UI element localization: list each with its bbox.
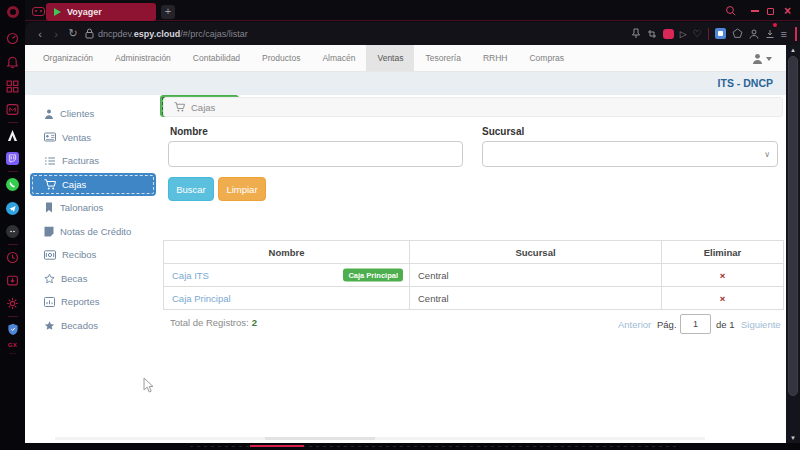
note-icon <box>44 226 54 237</box>
sidebar-item-becados[interactable]: Becados <box>30 314 156 338</box>
sidebar-item-recibos[interactable]: Recibos <box>30 243 156 267</box>
nav-compras[interactable]: Compras <box>518 45 574 71</box>
opera-logo-icon[interactable] <box>0 0 25 32</box>
hot-tabs-icon[interactable] <box>0 80 25 93</box>
nav-tesoreria[interactable]: Tesorería <box>414 45 471 71</box>
breadcrumb-label: Cajas <box>191 102 215 113</box>
receipt-icon <box>44 250 56 260</box>
anterior-link[interactable]: Anterior <box>618 319 651 330</box>
vertical-scrollbar[interactable]: ▲ ▼ <box>786 45 800 443</box>
sidebar-item-reportes[interactable]: Reportes <box>30 290 156 314</box>
extension-shape-icon[interactable] <box>732 25 743 43</box>
caja-principal-badge: Caja Principal <box>343 269 403 282</box>
back-icon[interactable]: ‹ <box>33 22 47 45</box>
delete-x-icon[interactable]: × <box>662 287 784 310</box>
tab-favicon-play-icon <box>54 8 61 16</box>
nombre-label: Nombre <box>170 126 208 137</box>
header-sucursal: Sucursal <box>410 241 662 264</box>
sidebar-item-becas[interactable]: Becas <box>30 267 156 291</box>
new-tab-button[interactable]: + <box>161 5 175 19</box>
nav-ventas[interactable]: Ventas <box>366 45 414 71</box>
downloads-icon[interactable] <box>765 25 775 43</box>
table-row: Caja ITS Caja Principal Central × <box>164 264 784 287</box>
gx-corner-icon[interactable] <box>0 56 25 69</box>
sidebar-item-facturas[interactable]: Facturas <box>30 149 156 173</box>
breadcrumb: Cajas <box>163 97 783 117</box>
sucursal-cell: Central <box>410 287 662 310</box>
nav-contabilidad[interactable]: Contabilidad <box>182 45 251 71</box>
nav-administracion[interactable]: Administración <box>104 45 182 71</box>
tab-search-icon[interactable] <box>725 0 737 22</box>
bookmark-icon <box>44 202 54 213</box>
flow-send-icon[interactable]: ▷ <box>680 29 687 39</box>
gx-dashboard-icon[interactable] <box>0 32 25 45</box>
minimize-button[interactable] <box>751 0 759 22</box>
scroll-down-icon[interactable]: ▼ <box>786 435 800 441</box>
list-icon <box>44 156 56 166</box>
browser-side-strip: GX ··· <box>0 0 25 450</box>
browser-tab[interactable]: Voyager <box>46 3 156 21</box>
url-text[interactable]: dncpdev.espy.cloud/#/prc/cajas/listar <box>98 22 248 45</box>
header-nombre: Nombre <box>164 241 410 264</box>
strip-overflow-dots[interactable]: ··· <box>0 350 25 357</box>
scrollbar-thumb[interactable] <box>788 56 798 396</box>
nav-almacen[interactable]: Almacén <box>311 45 366 71</box>
strip-divider <box>8 244 18 245</box>
siguiente-link[interactable]: Siguiente <box>741 319 781 330</box>
extension-blue-icon[interactable] <box>715 28 726 39</box>
snapshot-icon[interactable] <box>647 25 657 43</box>
bookmark-heart-icon[interactable]: ♡ <box>693 28 702 39</box>
browser-window: GX ··· Voyager + × ‹ › ↻ dncpdev.espy.cl… <box>0 0 800 450</box>
cart-icon <box>44 179 56 190</box>
settings-gear-icon[interactable] <box>0 297 25 310</box>
shield-extension-icon[interactable] <box>0 323 25 336</box>
forward-icon[interactable]: › <box>49 22 63 45</box>
close-button[interactable]: × <box>784 0 791 22</box>
sidebar-item-talonarios[interactable]: Talonarios <box>30 196 156 220</box>
twitch-icon[interactable] <box>0 152 25 165</box>
cart-icon <box>174 102 185 112</box>
history-icon[interactable] <box>0 251 25 264</box>
sidebar-item-clientes[interactable]: Clientes <box>30 102 156 126</box>
pin-icon[interactable] <box>631 25 641 43</box>
user-menu[interactable] <box>752 45 772 72</box>
gx-pink-badge-icon[interactable] <box>663 29 674 39</box>
restore-button[interactable] <box>767 0 774 22</box>
caja-link[interactable]: Caja Principal <box>172 293 231 304</box>
delete-x-icon[interactable]: × <box>662 264 784 287</box>
sidebar-item-ventas[interactable]: Ventas <box>30 126 156 150</box>
limpiar-button[interactable]: Limpiar <box>218 177 266 201</box>
table-header-row: Nombre Sucursal Eliminar <box>164 241 784 264</box>
web-page: Organización Administración Contabilidad… <box>25 45 786 443</box>
discord-icon[interactable] <box>0 225 25 238</box>
star-outline-icon <box>44 273 55 284</box>
easy-files-icon[interactable] <box>0 274 25 287</box>
chevron-down-icon <box>766 57 772 61</box>
profile-icon[interactable] <box>749 25 759 43</box>
sidebar: Clientes Ventas Facturas Cajas Talonario… <box>25 95 160 443</box>
nav-rrhh[interactable]: RRHH <box>472 45 519 71</box>
telegram-icon[interactable] <box>0 202 25 215</box>
lock-icon[interactable] <box>83 22 95 45</box>
buscar-button[interactable]: Buscar <box>168 177 214 201</box>
reload-icon[interactable]: ↻ <box>66 22 80 45</box>
sidebar-item-cajas[interactable]: Cajas <box>30 173 156 197</box>
gx-mods-icon[interactable] <box>0 103 25 116</box>
report-icon <box>44 297 55 307</box>
scroll-up-icon[interactable]: ▲ <box>786 47 800 53</box>
nav-productos[interactable]: Productos <box>251 45 311 71</box>
nombre-input[interactable] <box>168 141 463 167</box>
nav-organizacion[interactable]: Organización <box>25 45 104 71</box>
star-icon <box>44 320 55 331</box>
address-bar: ‹ › ↻ dncpdev.espy.cloud/#/prc/cajas/lis… <box>25 22 800 45</box>
whatsapp-icon[interactable] <box>0 178 25 191</box>
caja-link[interactable]: Caja ITS <box>172 270 209 281</box>
workspaces-icon[interactable] <box>32 7 45 16</box>
page-number-input[interactable] <box>680 314 711 334</box>
sucursal-select[interactable]: ∨ <box>482 141 778 167</box>
gx-logo-label: GX <box>0 342 25 348</box>
menu-hamburger-icon[interactable]: ≡ <box>781 28 787 40</box>
sidebar-item-notas-credito[interactable]: Notas de Crédito <box>30 220 156 244</box>
horizontal-scrollbar[interactable] <box>55 437 705 440</box>
aria-ai-icon[interactable] <box>0 129 25 142</box>
